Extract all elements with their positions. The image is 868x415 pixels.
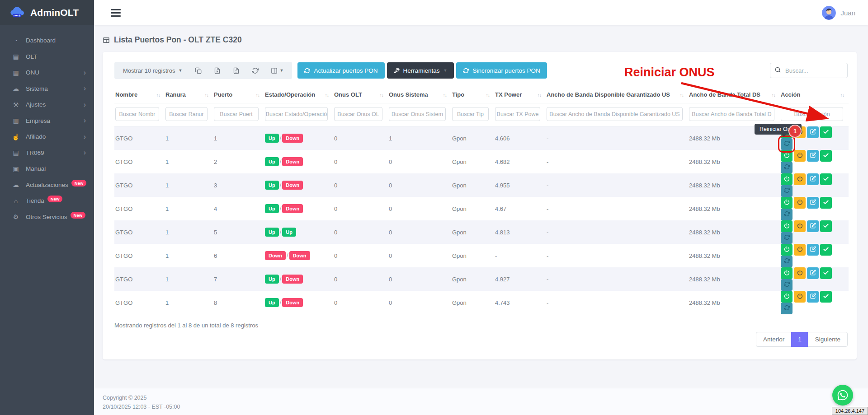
pagination-prev-button[interactable]: Anterior xyxy=(756,332,792,347)
confirm-button[interactable] xyxy=(820,291,832,303)
records-per-page-select[interactable]: Mostrar 10 registros ▼ xyxy=(123,67,183,74)
filter-onus-olt-input[interactable] xyxy=(334,107,382,121)
filter-ancho-ds-input[interactable] xyxy=(689,107,774,121)
column-header-ancho-us[interactable]: Ancho de Banda Disponible Garantizado US… xyxy=(546,86,688,103)
filter-onus-sistema-input[interactable] xyxy=(389,107,446,121)
sort-icon[interactable]: ↑↓ xyxy=(538,92,542,98)
search-input[interactable] xyxy=(770,63,848,78)
confirm-button[interactable] xyxy=(820,267,832,279)
power-off-button[interactable] xyxy=(794,267,806,279)
sort-icon[interactable]: ↑↓ xyxy=(772,92,776,98)
sort-icon[interactable]: ↑↓ xyxy=(380,92,384,98)
column-header-onus-sistema[interactable]: Onus Sistema↑↓ xyxy=(388,86,451,103)
sidebar-item-tr069[interactable]: ▤TR069› xyxy=(0,145,94,161)
export-file-button[interactable] xyxy=(233,67,240,74)
power-on-button[interactable] xyxy=(781,244,793,256)
edit-port-button[interactable] xyxy=(807,173,819,185)
edit-port-button[interactable] xyxy=(807,150,819,162)
power-off-button[interactable] xyxy=(794,173,806,185)
sidebar-item-tienda[interactable]: ⌂TiendaNew xyxy=(0,193,94,209)
reload-table-button[interactable] xyxy=(252,67,259,74)
power-on-button[interactable] xyxy=(781,150,793,162)
sort-icon[interactable]: ↑↓ xyxy=(156,92,160,98)
column-header-tipo[interactable]: Tipo↑↓ xyxy=(451,86,494,103)
copy-button[interactable] xyxy=(195,67,202,74)
power-on-button[interactable] xyxy=(781,267,793,279)
pagination-next-button[interactable]: Siguiente xyxy=(808,332,848,347)
restart-onus-button[interactable] xyxy=(781,185,793,197)
restart-onus-button[interactable] xyxy=(781,256,793,267)
confirm-button[interactable] xyxy=(820,173,832,185)
power-on-button[interactable] xyxy=(781,197,793,209)
filter-ranura-input[interactable] xyxy=(165,107,208,121)
power-off-button[interactable] xyxy=(794,291,806,303)
tools-dropdown-button[interactable]: Herramientas ▼ xyxy=(387,62,454,79)
filter-puerto-input[interactable] xyxy=(214,107,259,121)
edit-port-button[interactable] xyxy=(807,220,819,232)
sidebar-item-olt[interactable]: ▤OLT xyxy=(0,49,94,65)
column-visibility-button[interactable]: ▼ xyxy=(271,67,284,74)
sort-icon[interactable]: ↑↓ xyxy=(840,92,844,98)
power-on-button[interactable] xyxy=(781,173,793,185)
sidebar-item-otros-servicios[interactable]: ⚙Otros ServiciosNew xyxy=(0,209,94,225)
restart-onus-button[interactable] xyxy=(781,303,793,314)
filter-tipo-input[interactable] xyxy=(452,107,489,121)
sidebar-item-afiliado[interactable]: ☝Afiliado› xyxy=(0,129,94,145)
column-header-ranura[interactable]: Ranura↑↓ xyxy=(165,86,213,103)
sidebar-item-ajustes[interactable]: ⚒Ajustes› xyxy=(0,97,94,113)
update-pon-ports-button[interactable]: Actualizar puertos PON xyxy=(297,62,384,79)
restart-onus-button[interactable] xyxy=(781,138,793,150)
edit-port-button[interactable] xyxy=(807,197,819,209)
whatsapp-button[interactable] xyxy=(832,385,853,406)
edit-port-button[interactable] xyxy=(807,126,819,138)
sync-pon-ports-button[interactable]: Sincronizar puertos PON xyxy=(456,62,547,79)
sort-icon[interactable]: ↑↓ xyxy=(325,92,329,98)
sort-icon[interactable]: ↑↓ xyxy=(486,92,490,98)
edit-port-button[interactable] xyxy=(807,291,819,303)
restart-onus-button[interactable] xyxy=(781,209,793,220)
restart-onus-button[interactable] xyxy=(781,162,793,173)
power-off-button[interactable] xyxy=(794,244,806,256)
restart-onus-button[interactable] xyxy=(781,232,793,244)
sidebar-item-sistema[interactable]: ☁Sistema› xyxy=(0,81,94,97)
confirm-button[interactable] xyxy=(820,150,832,162)
column-header-accion[interactable]: Acción↑↓ xyxy=(780,86,849,103)
sidebar-item-manual[interactable]: ▣Manual xyxy=(0,161,94,177)
power-off-button[interactable] xyxy=(794,150,806,162)
power-on-button[interactable] xyxy=(781,220,793,232)
column-header-estado[interactable]: Estado/Operación↑↓ xyxy=(264,86,333,103)
confirm-button[interactable] xyxy=(820,126,832,138)
column-header-onus-olt[interactable]: Onus OLT↑↓ xyxy=(333,86,388,103)
sort-icon[interactable]: ↑↓ xyxy=(256,92,260,98)
brand[interactable]: AdminOLT xyxy=(0,0,94,25)
sidebar-item-dashboard[interactable]: ◔Dashboard xyxy=(0,33,94,49)
sort-icon[interactable]: ↑↓ xyxy=(680,92,684,98)
column-header-ancho-ds[interactable]: Ancho de Banda Total DS↑↓ xyxy=(688,86,780,103)
filter-nombre-input[interactable] xyxy=(115,107,159,121)
filter-estado-input[interactable] xyxy=(265,107,328,121)
sort-icon[interactable]: ↑↓ xyxy=(443,92,447,98)
edit-port-button[interactable] xyxy=(807,267,819,279)
filter-accion-input[interactable] xyxy=(781,107,843,121)
menu-toggle-button[interactable] xyxy=(111,9,121,17)
user-menu[interactable]: Juan xyxy=(822,6,855,20)
power-on-button[interactable] xyxy=(781,291,793,303)
column-header-tx-power[interactable]: TX Power↑↓ xyxy=(494,86,546,103)
sidebar-item-actualizaciones[interactable]: ☁ActualizacionesNew xyxy=(0,177,94,193)
power-off-button[interactable] xyxy=(794,197,806,209)
confirm-button[interactable] xyxy=(820,197,832,209)
confirm-button[interactable] xyxy=(820,244,832,256)
sidebar-item-onu[interactable]: ▦ONU› xyxy=(0,65,94,81)
sort-icon[interactable]: ↑↓ xyxy=(205,92,209,98)
filter-ancho-us-input[interactable] xyxy=(547,107,683,121)
sidebar-item-empresa[interactable]: ▥Empresa› xyxy=(0,113,94,129)
power-off-button[interactable] xyxy=(794,220,806,232)
pagination-page-1-button[interactable]: 1 xyxy=(791,332,808,347)
column-header-nombre[interactable]: Nombre↑↓ xyxy=(114,86,165,103)
filter-tx-power-input[interactable] xyxy=(495,107,540,121)
column-header-puerto[interactable]: Puerto↑↓ xyxy=(213,86,264,103)
export-excel-button[interactable] xyxy=(214,67,221,74)
confirm-button[interactable] xyxy=(820,220,832,232)
edit-port-button[interactable] xyxy=(807,244,819,256)
restart-onus-button[interactable] xyxy=(781,279,793,291)
